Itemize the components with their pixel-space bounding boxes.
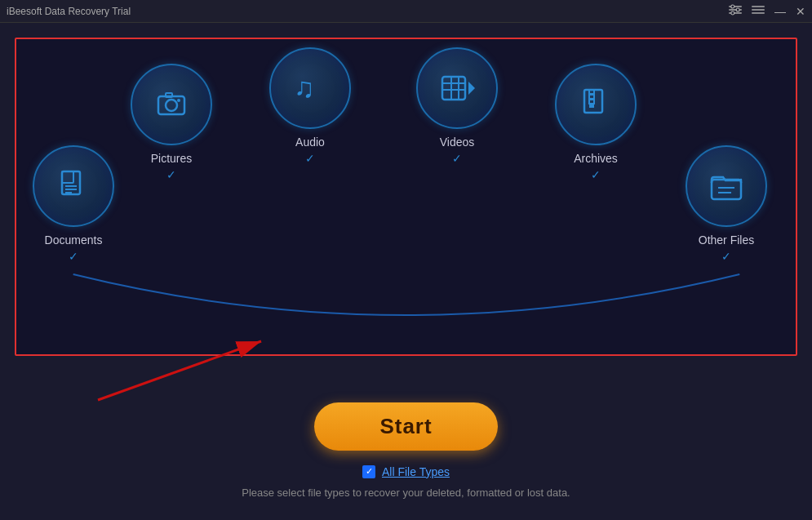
- pictures-circle: [131, 64, 212, 145]
- svg-rect-30: [712, 180, 741, 199]
- videos-check: ✓: [452, 152, 462, 165]
- all-file-types-checkbox[interactable]: ✓: [362, 465, 375, 478]
- svg-marker-24: [468, 82, 475, 95]
- minimize-icon[interactable]: —: [774, 5, 786, 18]
- file-type-documents[interactable]: Documents ✓: [33, 145, 114, 263]
- archives-circle: [555, 64, 637, 145]
- bottom-area: Start ✓ All File Types Please select fil…: [0, 356, 812, 520]
- audio-circle: ♫: [269, 47, 351, 129]
- videos-label: Videos: [440, 136, 475, 149]
- file-type-archives[interactable]: Archives ✓: [555, 64, 637, 181]
- app-title: iBeesoft Data Recovery Trial: [7, 6, 131, 17]
- instruction-text: Please select file types to recover your…: [242, 487, 570, 499]
- audio-label: Audio: [295, 136, 325, 149]
- music-icon: ♫: [290, 68, 331, 109]
- folder-icon: [708, 168, 744, 204]
- close-icon[interactable]: ✕: [796, 5, 805, 18]
- title-bar: iBeesoft Data Recovery Trial — ✕: [0, 0, 812, 23]
- file-type-other[interactable]: Other Files ✓: [686, 145, 767, 263]
- file-type-pictures[interactable]: Pictures ✓: [131, 64, 212, 181]
- other-circle: [686, 145, 767, 227]
- documents-check: ✓: [69, 250, 78, 263]
- all-file-types-row: ✓ All File Types: [362, 465, 450, 478]
- archives-label: Archives: [574, 152, 618, 165]
- curve-line: [16, 258, 796, 356]
- file-type-audio[interactable]: ♫ Audio ✓: [269, 47, 351, 165]
- video-icon: [439, 70, 475, 106]
- svg-rect-10: [62, 171, 73, 183]
- svg-point-3: [731, 5, 734, 8]
- svg-text:♫: ♫: [294, 72, 315, 103]
- svg-rect-26: [589, 90, 594, 94]
- svg-rect-16: [166, 93, 172, 97]
- window-controls: — ✕: [729, 4, 805, 18]
- svg-rect-28: [589, 100, 594, 104]
- other-check: ✓: [721, 250, 731, 263]
- svg-point-17: [177, 99, 180, 102]
- main-content: Documents ✓ Pictures ✓ ♫ A: [0, 23, 812, 520]
- videos-circle: [416, 47, 498, 129]
- file-type-videos[interactable]: Videos ✓: [416, 47, 498, 165]
- menu-icon[interactable]: [752, 4, 765, 18]
- svg-rect-29: [589, 104, 594, 108]
- document-icon: [55, 168, 91, 204]
- svg-rect-27: [589, 95, 594, 99]
- svg-rect-6: [752, 6, 765, 7]
- archives-check: ✓: [591, 168, 601, 181]
- archive-icon: [578, 87, 614, 122]
- pictures-label: Pictures: [151, 152, 193, 165]
- documents-circle: [33, 145, 114, 227]
- svg-rect-7: [752, 9, 765, 11]
- svg-point-4: [736, 8, 739, 11]
- file-type-selection-area: Documents ✓ Pictures ✓ ♫ A: [15, 38, 797, 356]
- svg-point-5: [731, 11, 734, 15]
- svg-point-15: [166, 100, 177, 111]
- other-files-label: Other Files: [699, 233, 754, 247]
- camera-icon: [153, 87, 189, 122]
- documents-label: Documents: [45, 233, 103, 247]
- all-file-types-label[interactable]: All File Types: [382, 465, 450, 478]
- svg-rect-8: [752, 12, 765, 14]
- start-button[interactable]: Start: [314, 402, 497, 451]
- settings-icon[interactable]: [729, 4, 742, 18]
- audio-check: ✓: [305, 152, 315, 165]
- pictures-check: ✓: [166, 168, 176, 181]
- svg-rect-19: [442, 77, 465, 100]
